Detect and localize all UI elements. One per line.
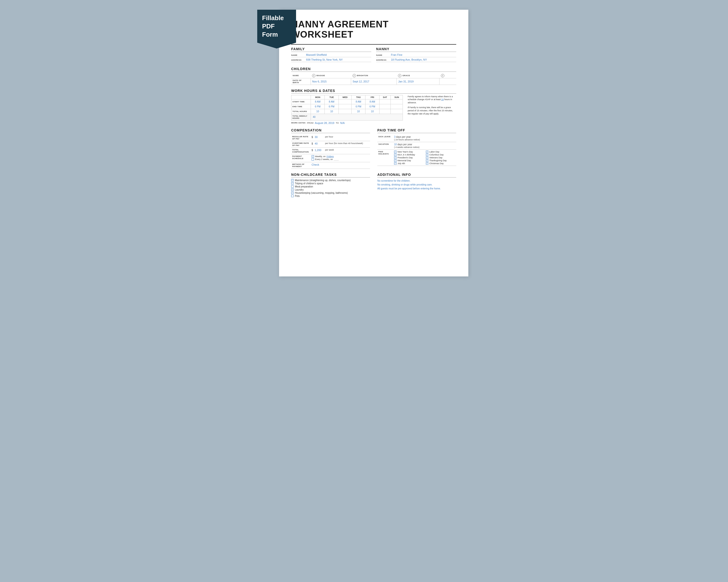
family-name-row: NAME Maxwell Sheffield [291, 53, 371, 57]
holiday-checkbox[interactable] [426, 159, 428, 162]
child3-dob[interactable]: Jan 31, 2019 [396, 78, 440, 85]
holiday-name: Memorial Day [397, 159, 411, 162]
start-tue[interactable]: 8 AM [325, 99, 339, 104]
task-checkbox[interactable] [291, 192, 294, 194]
task-label: Laundry [295, 188, 304, 191]
holiday-name: Labor Day [429, 150, 440, 153]
total-wed[interactable] [339, 109, 352, 114]
regular-amount[interactable]: 30 [315, 136, 318, 138]
overtime-amount[interactable]: 40 [315, 142, 318, 145]
start-mon[interactable]: 8 AM [311, 99, 325, 104]
holiday-item: Christmas Day [426, 162, 455, 165]
total-sun[interactable] [391, 109, 403, 114]
schedule-mon: MON [311, 95, 325, 99]
child2-name[interactable]: Brighton [357, 75, 368, 77]
child1-col-header: i Maggie [311, 73, 351, 78]
pto-header: PAID TIME OFF [378, 128, 456, 133]
end-wed[interactable] [339, 104, 352, 109]
holiday-item: Memorial Day [394, 159, 423, 162]
task-label: Tidying of children's space [295, 182, 323, 185]
holiday-checkbox[interactable] [426, 157, 428, 159]
task-label: Meal preparation [295, 185, 313, 188]
end-tue[interactable]: 6 PM [325, 104, 339, 109]
start-thu[interactable]: 8 AM [352, 99, 365, 104]
task-checkbox[interactable] [291, 188, 294, 191]
total-fri[interactable]: 10 [365, 109, 379, 114]
payment-method-value[interactable]: Check [311, 162, 370, 169]
children-name-col-header: NAME [291, 73, 311, 78]
vacation-days[interactable]: 10 [394, 143, 397, 146]
biweekly-checkbox[interactable] [312, 158, 314, 161]
start-fri[interactable]: 8 AM [365, 99, 379, 104]
task-item: Pets [291, 195, 370, 197]
holiday-item: President's Day [394, 157, 423, 159]
nanny-address-value[interactable]: 18 Flushing Ave, Brooklyn, NY [389, 58, 456, 61]
to-value[interactable]: N/A [340, 121, 345, 124]
payment-sched-label: PAYMENT SCHEDULE [291, 154, 311, 162]
holiday-name: MLK Jr.'s Birthday [397, 154, 415, 156]
payment-method-row: METHOD OF PAYMENT Check [291, 162, 370, 169]
nanny-name-value[interactable]: Fran Fine [389, 53, 456, 56]
child1-name[interactable]: Maggie [316, 75, 325, 77]
holiday-checkbox[interactable] [394, 157, 396, 159]
vacation-label: VACATION [378, 142, 393, 149]
end-mon[interactable]: 6 PM [311, 104, 325, 109]
child1-dob[interactable]: Nov 6, 2015 [311, 78, 351, 85]
sick-label: SICK LEAVE [378, 135, 393, 142]
holiday-checkbox[interactable] [394, 159, 396, 162]
total-thu[interactable]: 10 [352, 109, 365, 114]
banner-line3: Form [262, 31, 284, 39]
total-mon[interactable]: 10 [311, 109, 325, 114]
from-value[interactable]: August 28, 2019 [315, 121, 334, 124]
start-wed[interactable] [339, 99, 352, 104]
total-weekly-value[interactable]: 40 [311, 114, 403, 120]
family-address-label: ADDRESS [291, 59, 305, 61]
overtime-value: $ 40 [311, 141, 324, 147]
holiday-checkbox[interactable] [426, 150, 428, 153]
holiday-checkbox[interactable] [426, 154, 428, 156]
holiday-checkbox[interactable] [426, 162, 428, 165]
holiday-name: Christmas Day [429, 162, 444, 165]
child3-info-icon: i [398, 74, 401, 77]
family-name-value[interactable]: Maxwell Sheffield [305, 53, 371, 56]
note1-highlight: 24 [441, 98, 444, 101]
end-thu[interactable]: 6 PM [352, 104, 365, 109]
total-sat[interactable] [379, 109, 391, 114]
end-fri[interactable]: 6 PM [365, 104, 379, 109]
child3-name[interactable]: Grace [402, 75, 410, 77]
pto-table: SICK LEAVE 3 days per year ( 24 hours ad… [378, 135, 456, 166]
child2-dob[interactable]: Sept 12, 2017 [351, 78, 397, 85]
task-item: Housekeeping (vacuuming, mopping, bathro… [291, 192, 370, 194]
end-sat[interactable] [379, 104, 391, 109]
title-line1: NANNY AGREEMENT [291, 20, 456, 30]
holidays-label: PAID HOLIDAYS [378, 149, 393, 166]
family-address-value[interactable]: 938 Thething St, New York, NY [305, 58, 371, 61]
holiday-checkbox[interactable] [394, 154, 396, 156]
task-checkbox[interactable] [291, 182, 294, 185]
holidays-grid: New Year's DayLabor DayMLK Jr.'s Birthda… [394, 150, 455, 165]
start-sun[interactable] [391, 99, 403, 104]
weekly-checkbox[interactable] [312, 155, 314, 158]
payment-method-label: METHOD OF PAYMENT [291, 162, 311, 169]
holiday-checkbox[interactable] [394, 150, 396, 153]
schedule-fri: FRI [365, 95, 379, 99]
total-tue[interactable]: 10 [325, 109, 339, 114]
sick-days[interactable]: 3 [394, 136, 395, 138]
child4-dob[interactable] [440, 78, 456, 85]
task-checkbox[interactable] [291, 185, 294, 188]
end-sun[interactable] [391, 104, 403, 109]
family-section: FAMILY NAME Maxwell Sheffield ADDRESS 93… [291, 47, 371, 63]
work-hours-grid: MON TUE WED THU FRI SAT SUN STAR [291, 95, 456, 124]
holiday-name: Columbus Day [429, 154, 444, 156]
holiday-item: Thanksgiving Day [426, 159, 455, 162]
nanny-address-label: ADDRESS [376, 59, 389, 61]
document-title: NANNY AGREEMENT WORKSHEET [291, 20, 456, 40]
holiday-checkbox[interactable] [394, 162, 396, 165]
start-sat[interactable] [379, 99, 391, 104]
total-comp-amount[interactable]: 1,200 [315, 149, 321, 151]
task-checkbox[interactable] [291, 195, 294, 197]
additional-info-section: ADDITIONAL INFO No screentime for the ch… [378, 173, 456, 202]
weekly-day[interactable]: Fridays [327, 155, 334, 158]
to-label: TO [336, 122, 339, 124]
task-checkbox[interactable] [291, 179, 294, 182]
